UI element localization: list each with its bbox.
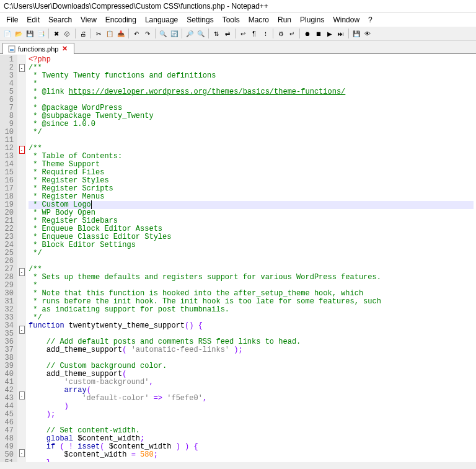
toolbar-separator	[208, 29, 209, 38]
menu-window[interactable]: Window	[329, 14, 363, 25]
code-line[interactable]	[29, 257, 474, 266]
fold-cell	[17, 400, 26, 408]
cut-button[interactable]: ✂	[94, 29, 104, 38]
fold-cell	[17, 55, 26, 63]
fold-cell: -	[17, 268, 26, 276]
record-button[interactable]: ⏺	[302, 29, 312, 38]
lang-button[interactable]: ⚙	[276, 29, 286, 38]
paste-button[interactable]: 📥	[116, 29, 126, 38]
fold-cell	[17, 350, 26, 358]
fold-cell	[17, 408, 26, 416]
fold-toggle-icon[interactable]: -	[19, 64, 25, 72]
fold-toggle-icon[interactable]: -	[19, 449, 25, 457]
tab-label: functions.php	[18, 45, 58, 53]
toolbar-separator	[48, 29, 49, 38]
sync-h-button[interactable]: ⇄	[223, 29, 232, 38]
code-area[interactable]: <?php/** * Twenty Twenty functions and d…	[26, 55, 476, 462]
fold-cell	[17, 202, 26, 210]
fold-cell	[17, 358, 26, 366]
code-editor[interactable]: 1234567891011121314151617181920212223242…	[0, 54, 476, 462]
open-button[interactable]: 📂	[14, 29, 24, 38]
code-line[interactable]: )	[29, 403, 474, 411]
menu-run[interactable]: Run	[274, 14, 295, 25]
toolbar-separator	[348, 29, 349, 38]
fold-cell	[17, 284, 26, 292]
code-line[interactable]: * as indicating support for post thumbna…	[29, 306, 474, 314]
fold-toggle-icon[interactable]: -	[19, 326, 25, 334]
copy-button[interactable]: 📋	[105, 29, 115, 38]
close-tab-icon[interactable]: ✕	[61, 45, 69, 53]
menu-settings[interactable]: Settings	[183, 14, 217, 25]
toolbar-separator	[90, 29, 91, 38]
menu-file[interactable]: File	[2, 14, 22, 25]
fold-cell	[17, 276, 26, 284]
fold-toggle-icon[interactable]: -	[19, 268, 25, 276]
wrap-button[interactable]: ↩	[238, 29, 248, 38]
fold-cell	[17, 440, 26, 448]
eol-button[interactable]: ↵	[287, 29, 297, 38]
menu-macro[interactable]: Macro	[245, 14, 273, 25]
save-all-button[interactable]: 📑	[36, 29, 46, 38]
fold-cell	[17, 416, 26, 424]
code-line[interactable]: */	[29, 249, 474, 257]
fold-cell: -	[17, 64, 26, 72]
save-button[interactable]: 💾	[25, 29, 35, 38]
fold-cell	[17, 162, 26, 170]
sync-v-button[interactable]: ⇅	[211, 29, 221, 38]
redo-button[interactable]: ↷	[143, 29, 152, 38]
code-line[interactable]: );	[29, 411, 474, 419]
menu-encoding[interactable]: Encoding	[102, 14, 140, 25]
find-button[interactable]: 🔍	[158, 29, 168, 38]
monitor-button[interactable]: 👁	[363, 29, 372, 38]
menu-plugins[interactable]: Plugins	[296, 14, 328, 25]
all-chars-button[interactable]: ¶	[249, 29, 259, 38]
fold-cell: -	[17, 326, 26, 334]
fold-cell	[17, 366, 26, 374]
zoom-in-button[interactable]: 🔎	[185, 29, 195, 38]
code-line[interactable]: * @since 1.0.0	[29, 120, 474, 128]
code-line[interactable]: 'custom-background',	[29, 378, 474, 386]
menu-language[interactable]: Language	[141, 14, 182, 25]
code-line[interactable]: */	[29, 128, 474, 136]
close-all-button[interactable]: ⛒	[63, 29, 73, 38]
tab-functions-php[interactable]: functions.php ✕	[2, 43, 74, 54]
fold-cell	[17, 457, 26, 462]
indent-guide-button[interactable]: ⫶	[260, 29, 270, 38]
replace-button[interactable]: 🔄	[169, 29, 179, 38]
fold-cell	[17, 120, 26, 128]
fold-cell	[17, 424, 26, 432]
play-button[interactable]: ▶	[325, 29, 335, 38]
code-line[interactable]: * Twenty Twenty functions and definition…	[29, 72, 474, 80]
fold-cell	[17, 259, 26, 267]
menu-tools[interactable]: Tools	[219, 14, 244, 25]
menu-view[interactable]: View	[77, 14, 100, 25]
fold-toggle-icon[interactable]: -	[19, 391, 25, 400]
stop-button[interactable]: ⏹	[314, 29, 324, 38]
code-line[interactable]: * @link https://developer.wordpress.org/…	[29, 88, 474, 96]
code-line[interactable]: 'default-color' => 'f5efe0',	[29, 395, 474, 403]
fold-cell: -	[17, 449, 26, 457]
code-line[interactable]	[29, 136, 474, 145]
fold-cell	[17, 72, 26, 80]
code-line[interactable]: * Register Menus	[29, 193, 474, 201]
code-line[interactable]: * Sets up theme defaults and registers s…	[29, 274, 474, 282]
play-multi-button[interactable]: ⏭	[336, 29, 346, 38]
code-line[interactable]: function twentytwenty_theme_support() {	[29, 322, 474, 330]
fold-cell	[17, 218, 26, 226]
code-line[interactable]: <?php	[29, 56, 474, 64]
fold-cell	[17, 234, 26, 243]
code-line[interactable]: * Block Editor Settings	[29, 241, 474, 249]
menu-help[interactable]: ?	[364, 14, 376, 25]
print-button[interactable]: 🖨	[78, 29, 88, 38]
code-line[interactable]: add_theme_support( 'automatic-feed-links…	[29, 346, 474, 354]
code-line[interactable]: $content_width = 580;	[29, 451, 474, 459]
close-button[interactable]: ✖	[51, 29, 61, 38]
save-macro-button[interactable]: 💾	[351, 29, 361, 38]
undo-button[interactable]: ↶	[131, 29, 141, 38]
menu-edit[interactable]: Edit	[23, 14, 43, 25]
zoom-out-button[interactable]: 🔍	[196, 29, 206, 38]
menu-search[interactable]: Search	[45, 14, 76, 25]
fold-toggle-icon[interactable]: -	[19, 146, 25, 154]
new-button[interactable]: 📄	[2, 29, 12, 38]
code-line[interactable]: }	[29, 459, 474, 462]
